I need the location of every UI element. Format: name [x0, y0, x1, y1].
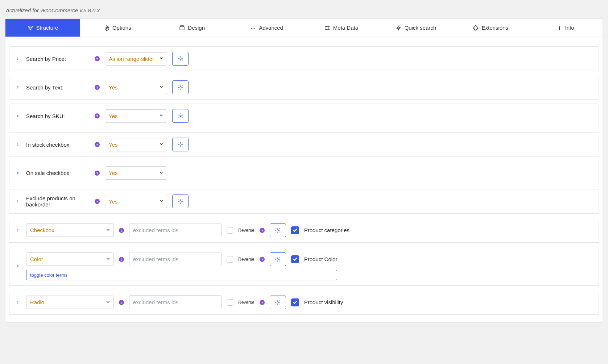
- setting-select[interactable]: Yes: [105, 138, 167, 151]
- settings-button[interactable]: [172, 109, 189, 123]
- tab-design[interactable]: Design: [155, 19, 229, 37]
- setting-select[interactable]: Yes: [105, 109, 167, 123]
- setting-select[interactable]: Yes: [105, 81, 167, 94]
- svg-point-5: [325, 26, 326, 27]
- setting-label: Search by SKU:: [26, 113, 90, 119]
- select-value: Color: [30, 256, 43, 262]
- enabled-checkbox[interactable]: [291, 255, 299, 263]
- info-icon: [557, 25, 562, 31]
- sort-handle[interactable]: [15, 199, 21, 204]
- help-icon[interactable]: [119, 300, 124, 305]
- chevron-down-icon: [159, 198, 164, 205]
- select-value: Checkbox: [30, 227, 54, 233]
- help-icon[interactable]: [95, 113, 100, 118]
- chevron-down-icon: [159, 142, 164, 148]
- chevron-down-icon: [159, 84, 164, 91]
- excluded-terms-input[interactable]: [129, 295, 222, 309]
- sort-handle[interactable]: [15, 228, 21, 233]
- reverse-label: Reverse: [238, 228, 255, 233]
- chevron-down-icon: [159, 113, 164, 119]
- svg-point-8: [328, 29, 329, 30]
- settings-button[interactable]: [172, 194, 189, 208]
- select-value: As ion range-slider: [109, 56, 154, 62]
- tab-label: Extensions: [482, 25, 508, 31]
- help-icon[interactable]: [119, 228, 124, 233]
- settings-button[interactable]: [172, 80, 189, 94]
- help-icon[interactable]: [95, 171, 100, 176]
- svg-point-6: [328, 26, 329, 27]
- tab-options[interactable]: Options: [80, 19, 155, 37]
- sort-handle[interactable]: [15, 142, 21, 147]
- tab-label: Quick search: [405, 25, 437, 31]
- gear-icon: [104, 25, 109, 31]
- enabled-checkbox[interactable]: [291, 298, 299, 306]
- reverse-checkbox[interactable]: [227, 299, 233, 306]
- sort-handle[interactable]: [15, 264, 21, 268]
- sort-handle[interactable]: [15, 85, 21, 89]
- chevron-down-icon: [106, 256, 111, 262]
- tab-label: Meta Data: [333, 25, 358, 31]
- svg-point-9: [559, 26, 560, 27]
- setting-label: Search by Text:: [26, 84, 90, 91]
- filter-type-select[interactable]: Color: [26, 252, 114, 266]
- filter-row: Checkbox Reverse Product categories: [9, 218, 599, 243]
- setting-select[interactable]: Yes: [105, 195, 167, 208]
- enabled-checkbox[interactable]: [291, 226, 299, 234]
- tab-metadata[interactable]: Meta Data: [304, 19, 379, 37]
- settings-button[interactable]: [172, 52, 189, 66]
- help-icon[interactable]: [95, 142, 100, 147]
- help-icon[interactable]: [95, 199, 100, 204]
- reverse-checkbox[interactable]: [227, 227, 233, 234]
- filter-type-select[interactable]: Checkbox: [26, 223, 114, 237]
- settings-button[interactable]: [270, 252, 286, 266]
- select-value: Yes: [109, 170, 117, 176]
- chevron-down-icon: [159, 56, 164, 62]
- setting-row: Search by SKU: Yes: [9, 104, 599, 128]
- excluded-terms-input[interactable]: [129, 252, 222, 266]
- bolt-icon: [396, 25, 402, 31]
- puzzle-icon: [473, 25, 479, 31]
- setting-select[interactable]: As ion range-slider: [105, 52, 167, 66]
- rows-content: Search by Price: As ion range-slider Sea…: [5, 37, 603, 322]
- help-icon[interactable]: [260, 257, 265, 262]
- help-icon[interactable]: [260, 300, 265, 305]
- main-panel: Structure Options Design Advanced: [5, 18, 603, 323]
- sort-handle[interactable]: [15, 114, 21, 118]
- help-icon[interactable]: [95, 56, 100, 61]
- chevron-down-icon: [106, 299, 111, 305]
- help-icon[interactable]: [119, 257, 124, 262]
- reverse-label: Reverse: [238, 300, 255, 305]
- svg-rect-4: [180, 26, 184, 30]
- settings-button[interactable]: [270, 223, 286, 237]
- settings-button[interactable]: [172, 138, 189, 151]
- tab-quicksearch[interactable]: Quick search: [379, 19, 453, 37]
- filter-row: Radio Reverse Product visibility: [9, 290, 599, 315]
- tab-advanced[interactable]: Advanced: [229, 19, 304, 37]
- sort-handle[interactable]: [15, 57, 21, 61]
- setting-row: Search by Price: As ion range-slider: [9, 46, 599, 71]
- settings-button[interactable]: [270, 296, 286, 309]
- structure-icon: [28, 25, 33, 31]
- filter-name: Product categories: [304, 227, 350, 233]
- tab-extensions[interactable]: Extensions: [453, 19, 528, 37]
- setting-select[interactable]: Yes: [105, 166, 167, 180]
- reverse-checkbox[interactable]: [227, 256, 233, 263]
- chevron-down-icon: [159, 170, 164, 176]
- toggle-color-terms[interactable]: toggle color terms: [26, 270, 337, 280]
- tab-info[interactable]: Info: [528, 19, 603, 37]
- filter-type-select[interactable]: Radio: [26, 296, 114, 309]
- tab-structure[interactable]: Structure: [5, 19, 80, 37]
- setting-row: In stock checkbox: Yes: [9, 132, 599, 157]
- tabs-bar: Structure Options Design Advanced: [5, 19, 603, 37]
- advanced-icon: [250, 25, 256, 31]
- sort-handle[interactable]: [15, 300, 21, 305]
- sort-handle[interactable]: [15, 171, 21, 175]
- help-icon[interactable]: [260, 228, 265, 233]
- excluded-terms-input[interactable]: [129, 223, 222, 237]
- tab-label: Design: [188, 25, 205, 31]
- select-value: Yes: [109, 84, 117, 91]
- setting-row: Search by Text: Yes: [9, 75, 599, 100]
- filter-row: Color Reverse Product Color toggle color…: [9, 247, 599, 286]
- help-icon[interactable]: [95, 85, 100, 90]
- tab-label: Advanced: [259, 25, 283, 31]
